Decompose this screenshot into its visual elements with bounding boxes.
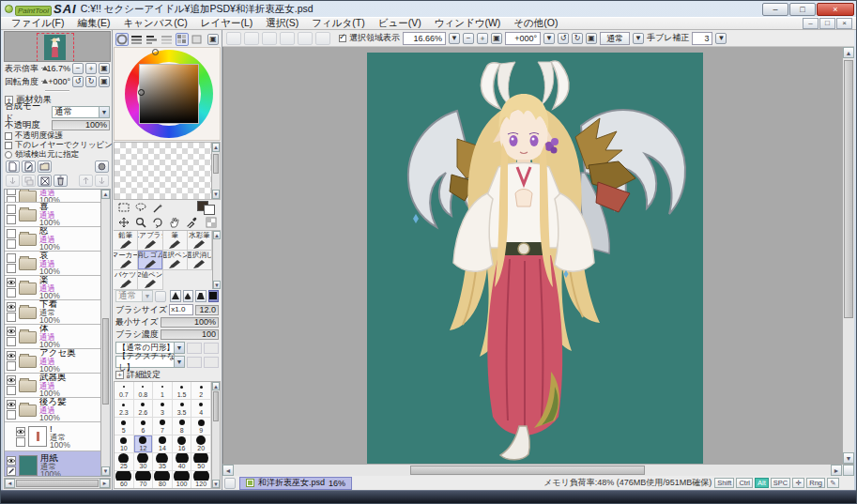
scroll-right-arrow[interactable]: ►: [831, 465, 842, 476]
layer-row[interactable]: 用紙 通常 100%: [5, 451, 100, 476]
zoom-dropdown-button[interactable]: ▼: [449, 33, 460, 44]
layer-row[interactable]: 楽 通過 100%: [5, 276, 100, 300]
layer-visibility-checkbox[interactable]: [7, 327, 16, 336]
zoom-tool-icon[interactable]: [133, 216, 147, 229]
layer-row[interactable]: ! 通常 100%: [5, 422, 100, 451]
tool-cell[interactable]: 2値ペン: [138, 270, 162, 290]
navigator-angle-slider[interactable]: [41, 81, 44, 84]
canvas-angle-reset-button[interactable]: ▣: [586, 33, 597, 44]
hue-marker[interactable]: [152, 49, 159, 55]
zoom-out-button[interactable]: −: [72, 63, 84, 74]
tool-cell[interactable]: マーカー: [114, 251, 138, 270]
brush-size-cell[interactable]: 16: [173, 435, 192, 453]
tool-cell[interactable]: 選択消し: [188, 251, 212, 270]
select-none-button[interactable]: [226, 32, 241, 45]
brush-size-cell[interactable]: 30: [134, 453, 154, 471]
crop-button[interactable]: [280, 32, 295, 45]
layer-row[interactable]: 哀 通過 100%: [5, 252, 100, 276]
layer-visibility-checkbox[interactable]: [7, 229, 16, 238]
delete-layer-button[interactable]: [54, 175, 68, 187]
canvas-document[interactable]: [367, 53, 703, 464]
brush-edge-soft-button[interactable]: [183, 290, 194, 302]
scroll-up-arrow[interactable]: ▲: [843, 47, 854, 58]
layer-row[interactable]: アクセ奥 通過 100%: [5, 349, 100, 374]
scrollbar-thumb[interactable]: [410, 466, 645, 475]
menu-item[interactable]: キャンバス(C): [116, 17, 193, 30]
brush-size-cell[interactable]: 120: [191, 471, 211, 489]
new-lineart-layer-button[interactable]: [22, 160, 36, 173]
scroll-down-arrow[interactable]: ▼: [212, 190, 220, 199]
brush-size-cell[interactable]: 20: [191, 435, 211, 453]
saturation-value-square[interactable]: [140, 65, 198, 123]
layer-select-checkbox[interactable]: [7, 337, 16, 346]
document-tab[interactable]: 和洋折衷巫女.psd 16%: [239, 477, 352, 490]
layer-opacity-slider[interactable]: 100%: [52, 120, 110, 130]
layer-visibility-checkbox[interactable]: [7, 351, 16, 360]
layer-visibility-checkbox[interactable]: [16, 427, 25, 436]
brush-size-cell[interactable]: 40: [173, 453, 192, 471]
layer-list-hscrollbar[interactable]: ◄ ►: [4, 478, 111, 489]
layer-row[interactable]: 通過 100%: [5, 190, 100, 203]
tool-cell[interactable]: 選択ペン: [163, 251, 188, 270]
brush-size-cell[interactable]: 3: [153, 400, 173, 418]
tool-cell[interactable]: 鉛筆: [114, 231, 138, 251]
child-restore-button[interactable]: □: [819, 18, 835, 29]
layer-select-checkbox[interactable]: [7, 239, 16, 249]
brush-density-slider[interactable]: 100: [161, 329, 219, 340]
brush-size-cell[interactable]: 3.5: [173, 400, 192, 418]
merge-down-button[interactable]: [22, 175, 36, 187]
size-grid-scrollbar[interactable]: ▲ ▼: [211, 382, 220, 488]
layer-visibility-checkbox[interactable]: [7, 253, 16, 263]
selection-source-radio[interactable]: [5, 151, 12, 159]
swatches-scrollbar[interactable]: ▲ ▼: [211, 143, 220, 199]
canvas-zoom-out-button[interactable]: −: [463, 33, 474, 44]
brush-size-cell[interactable]: 25: [115, 453, 134, 471]
canvas-viewport[interactable]: ▲ ▼: [222, 47, 854, 464]
canvas-mode-button[interactable]: 通常: [600, 32, 630, 45]
swatches-tab-icon[interactable]: [176, 33, 189, 46]
rotate-reset-button[interactable]: ▣: [99, 76, 110, 87]
layer-select-checkbox[interactable]: [7, 386, 16, 395]
mode-extra-button[interactable]: [155, 291, 166, 302]
color-wheel-tab-icon[interactable]: [115, 33, 129, 46]
scratchpad-tab-icon[interactable]: [191, 33, 204, 46]
clipping-checkbox[interactable]: [5, 142, 12, 149]
layer-visibility-checkbox[interactable]: [7, 278, 16, 287]
brush-size-cell[interactable]: 4: [191, 400, 211, 418]
canvas-vertical-scrollbar[interactable]: ▲ ▼: [842, 47, 854, 464]
scroll-up-arrow[interactable]: ▲: [212, 143, 220, 152]
tool-cell[interactable]: エアブラシ: [138, 231, 162, 251]
brush-shape-param-button-2[interactable]: [204, 343, 219, 354]
stabilizer-value[interactable]: 3: [692, 32, 712, 45]
brush-size-cell[interactable]: 80: [153, 471, 173, 489]
brush-size-cell[interactable]: 1.5: [173, 382, 192, 400]
tool-grid-scrollbar[interactable]: ▲ ▼: [212, 231, 221, 289]
scroll-up-arrow[interactable]: ▲: [101, 190, 110, 199]
canvas-zoom-value[interactable]: 16.66%: [403, 32, 446, 45]
layer-down-button[interactable]: [95, 175, 109, 187]
child-close-button[interactable]: ×: [836, 18, 852, 29]
layer-row[interactable]: 後ろ髪 通過 100%: [5, 398, 100, 422]
select-invert-button[interactable]: [244, 32, 259, 45]
child-minimize-button[interactable]: –: [803, 18, 819, 29]
hsv-slider-tab-icon[interactable]: [145, 33, 159, 46]
panel-detach-button[interactable]: ▣: [207, 34, 219, 45]
rect-select-tool-icon[interactable]: [116, 201, 130, 214]
layer-visibility-checkbox[interactable]: [7, 302, 16, 312]
layer-row[interactable]: 下着 通常 100%: [5, 300, 100, 325]
scroll-right-arrow[interactable]: ►: [99, 479, 110, 488]
scrollbar-thumb[interactable]: [213, 154, 219, 174]
chevron-down-icon[interactable]: ▼: [142, 291, 152, 301]
layer-select-checkbox[interactable]: [7, 313, 16, 322]
new-layer-button[interactable]: [6, 160, 20, 173]
rgb-slider-tab-icon[interactable]: [130, 33, 144, 46]
layer-visibility-checkbox[interactable]: [7, 205, 16, 214]
layer-row[interactable]: 喜 通過 100%: [5, 203, 100, 227]
brush-size-cell[interactable]: 14: [153, 435, 173, 453]
scrollbar-thumb[interactable]: [844, 60, 853, 318]
zoom-in-button[interactable]: ＋: [85, 63, 97, 74]
clear-layer-button[interactable]: [38, 175, 52, 187]
scroll-down-arrow[interactable]: ▼: [101, 466, 110, 476]
stabilizer-dropdown-button[interactable]: ▼: [715, 33, 727, 44]
brush-edge-flat-button[interactable]: [195, 290, 207, 302]
